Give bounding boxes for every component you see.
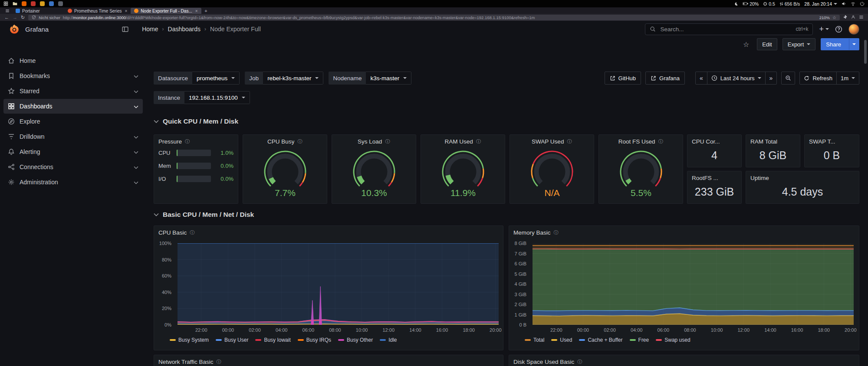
chevron-down-icon[interactable] — [134, 163, 138, 170]
sidebar-item-connections[interactable]: Connections — [3, 160, 143, 174]
sidebar-item-drilldown[interactable]: Drilldown — [3, 129, 143, 144]
section-quick-cpu-mem-disk[interactable]: Quick CPU / Mem / Disk — [154, 116, 238, 127]
network-icon[interactable] — [851, 1, 855, 6]
info-icon[interactable]: ⓘ — [554, 229, 559, 236]
time-shift-back-button[interactable]: « — [696, 72, 707, 84]
github-link-button[interactable]: GitHub — [605, 72, 641, 85]
chevron-down-icon[interactable] — [134, 148, 138, 155]
info-icon[interactable]: ⓘ — [217, 359, 222, 365]
sidebar-item-home[interactable]: Home — [3, 53, 143, 68]
info-icon[interactable]: ⓘ — [577, 359, 582, 365]
legend-item[interactable]: Busy User — [216, 337, 248, 343]
sidebar-toggle-button[interactable] — [122, 26, 129, 33]
panel-title[interactable]: Disk Space Used Basic — [513, 359, 574, 365]
sidebar-item-dashboards[interactable]: Dashboards — [3, 99, 143, 114]
refresh-interval-select[interactable]: 1m — [836, 72, 859, 84]
info-icon[interactable]: ⓘ — [297, 138, 302, 145]
legend-item[interactable]: Busy IRQs — [298, 337, 331, 343]
sidebar-item-alerting[interactable]: Alerting — [3, 144, 143, 159]
page-scrollbar[interactable] — [864, 37, 867, 366]
volume-icon[interactable] — [842, 1, 846, 6]
tab-portainer[interactable]: Portainer — [12, 8, 64, 14]
variable-job[interactable]: Job rebel-k3s-master — [245, 72, 323, 85]
panel-title[interactable]: RootFS ... — [692, 175, 718, 181]
sidebar-item-explore[interactable]: Explore — [3, 114, 143, 129]
panel-title[interactable]: CPU Cor... — [692, 138, 720, 145]
scrollbar-thumb[interactable] — [864, 40, 867, 64]
user-avatar[interactable] — [848, 24, 859, 35]
legend-item[interactable]: Busy Other — [338, 337, 373, 343]
extensions-icon[interactable] — [843, 15, 848, 20]
panel-title[interactable]: Network Traffic Basic — [158, 359, 214, 365]
panel-title[interactable]: Sys Load — [358, 138, 382, 145]
favorite-star-button[interactable]: ☆ — [740, 40, 752, 49]
tab-close-icon[interactable]: × — [124, 9, 128, 13]
account-icon[interactable] — [851, 15, 855, 20]
file-manager-icon[interactable] — [13, 1, 17, 6]
info-icon[interactable]: ⓘ — [476, 138, 481, 145]
edit-button[interactable]: Edit — [757, 38, 777, 50]
variable-nodename[interactable]: Nodename k3s-master — [329, 72, 411, 85]
grafana-logo[interactable] — [9, 23, 20, 35]
app-icon[interactable] — [31, 1, 36, 6]
chevron-down-icon[interactable] — [134, 103, 138, 110]
time-range-picker[interactable]: Last 24 hours — [707, 72, 765, 84]
chevron-down-icon[interactable] — [134, 72, 138, 79]
export-button[interactable]: Export — [783, 38, 816, 50]
forward-icon[interactable]: → — [13, 15, 17, 20]
power-icon[interactable] — [860, 1, 865, 6]
app-icon[interactable] — [40, 1, 45, 6]
address-bar[interactable]: Nicht sicher http://monitor.pandolin.onl… — [28, 15, 840, 20]
chevron-down-icon[interactable] — [134, 88, 138, 95]
legend-item[interactable]: Swap used — [656, 337, 690, 343]
info-icon[interactable]: ⓘ — [658, 138, 664, 145]
tab-node-exporter-full[interactable]: Node Exporter Full - Das... × — [131, 8, 201, 14]
chevron-down-icon[interactable] — [134, 133, 138, 140]
reload-icon[interactable]: ↻ — [21, 15, 25, 20]
panel-title[interactable]: SWAP T... — [809, 138, 835, 145]
sidebar-item-starred[interactable]: Starred — [3, 84, 143, 98]
legend-item[interactable]: Idle — [380, 337, 397, 343]
legend-item[interactable]: Busy Iowait — [255, 337, 290, 343]
security-label[interactable]: Nicht sicher — [39, 15, 60, 20]
panel-title[interactable]: Memory Basic — [513, 229, 551, 236]
firefox-app-icon[interactable] — [22, 1, 26, 6]
panel-title[interactable]: RAM Used — [445, 138, 473, 145]
grafana-link-button[interactable]: Grafana — [645, 72, 685, 85]
sidebar-item-administration[interactable]: Administration — [3, 175, 143, 190]
menu-icon[interactable] — [859, 15, 864, 20]
zoom-level-badge[interactable]: 210% — [819, 15, 830, 20]
refresh-button[interactable]: Refresh — [800, 72, 836, 84]
chevron-down-icon[interactable] — [134, 179, 138, 186]
time-zoom-out-button[interactable] — [781, 72, 795, 85]
app-icon[interactable] — [49, 1, 54, 6]
url-text[interactable]: http://monitor.pandolin.online:3000/d/rY… — [63, 15, 817, 20]
time-shift-forward-button[interactable]: » — [765, 72, 777, 84]
tab-close-icon[interactable]: × — [194, 9, 198, 13]
section-basic-cpu-mem-net-disk[interactable]: Basic CPU / Mem / Net / Disk — [154, 209, 254, 220]
panel-title[interactable]: CPU Busy — [267, 138, 294, 145]
panel-title[interactable]: CPU Basic — [158, 229, 187, 236]
panel-title[interactable]: Pressure — [158, 138, 182, 145]
tab-list-button[interactable] — [3, 7, 12, 14]
new-button[interactable]: + — [819, 25, 829, 33]
new-tab-button[interactable]: + — [201, 7, 211, 14]
search-input[interactable] — [659, 26, 792, 33]
share-caret-button[interactable] — [849, 39, 859, 50]
legend-item[interactable]: Busy System — [170, 337, 209, 343]
variable-instance[interactable]: Instance 192.168.1.15:9100 — [154, 91, 250, 104]
info-icon[interactable]: ⓘ — [385, 138, 390, 145]
legend-item[interactable]: Free — [630, 337, 649, 343]
legend-item[interactable]: Used — [551, 337, 572, 343]
info-icon[interactable]: ⓘ — [567, 138, 572, 145]
tab-prometheus[interactable]: Prometheus Time Series × — [64, 8, 131, 14]
app-grid-icon[interactable] — [3, 1, 8, 6]
panel-title[interactable]: RAM Total — [750, 138, 777, 145]
help-button[interactable] — [835, 26, 842, 33]
memory-basic-plot[interactable] — [533, 243, 854, 325]
system-clock[interactable]: 28. Jan 20:14 — [804, 1, 837, 7]
panel-title[interactable]: SWAP Used — [532, 138, 564, 145]
info-icon[interactable]: ⓘ — [190, 229, 195, 236]
legend-item[interactable]: Total — [525, 337, 544, 343]
night-mode-icon[interactable] — [734, 2, 738, 6]
